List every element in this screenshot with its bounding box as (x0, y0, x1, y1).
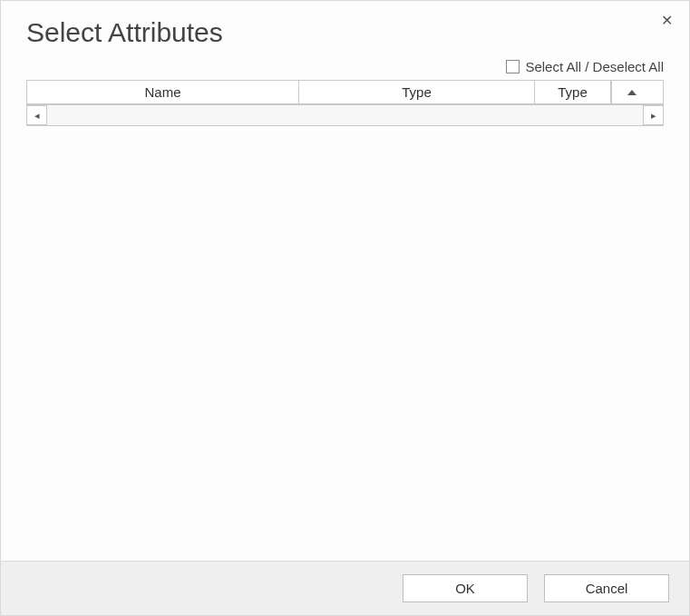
attribute-table: Name Type Type Project Contract Linemsdy… (26, 80, 664, 105)
scroll-left-button[interactable]: ◂ (27, 105, 47, 125)
table-header: Name Type Type (27, 81, 663, 104)
select-attributes-dialog: ✕ Select Attributes Select All / Deselec… (0, 0, 690, 616)
horizontal-scrollbar[interactable]: ◂ ▸ (26, 105, 664, 126)
dialog-title: Select Attributes (1, 1, 689, 54)
select-all-label: Select All / Deselect All (525, 59, 664, 74)
close-button[interactable]: ✕ (657, 10, 676, 32)
chevron-up-icon (627, 90, 637, 95)
cancel-button[interactable]: Cancel (544, 574, 669, 602)
column-header-type1[interactable]: Type (299, 81, 535, 103)
scroll-up-button[interactable] (611, 81, 651, 103)
column-header-type2[interactable]: Type (535, 81, 611, 103)
select-all-checkbox[interactable] (506, 60, 520, 73)
dialog-footer: OK Cancel (1, 561, 689, 615)
column-header-name[interactable]: Name (27, 81, 299, 103)
ok-button[interactable]: OK (403, 574, 528, 602)
select-all-container: Select All / Deselect All (1, 54, 689, 80)
scroll-right-button[interactable]: ▸ (643, 105, 663, 125)
